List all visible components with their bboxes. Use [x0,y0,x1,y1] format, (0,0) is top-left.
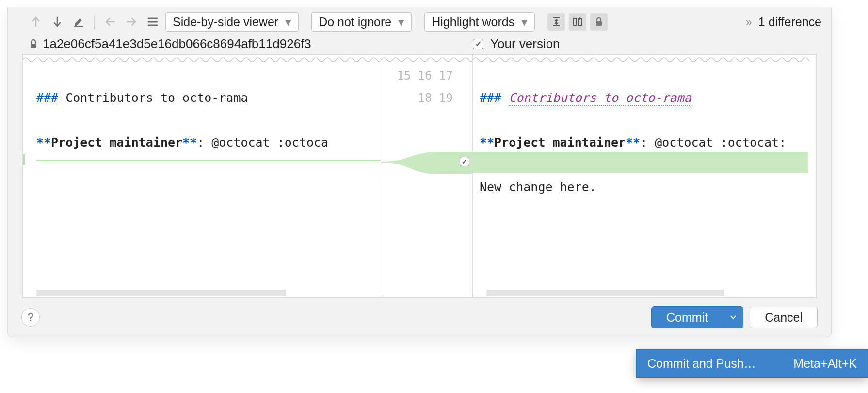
diff-connector [381,152,472,174]
code-text: ** [36,135,51,149]
horizontal-scrollbar[interactable] [486,289,792,297]
line-numbers: 15 16 17 18 19 [381,65,453,109]
code-text: : @octocat :octocat: [640,135,786,149]
line-number: 15 [397,69,411,82]
viewer-mode-select[interactable]: Side-by-side viewer ▾ [165,12,299,32]
right-pane[interactable]: ### Contributors to octo-rama **Project … [472,54,817,298]
lock-icon [29,39,38,49]
line-number: 16 [418,69,432,82]
ignore-mode-label: Do not ignore [319,15,391,29]
code-text: : @octocat :octoca [197,135,328,149]
fold-indicator [381,55,472,62]
difference-count: ›› 1 difference [745,15,821,29]
left-pane[interactable]: ### Contributors to octo-rama **Project … [22,54,381,298]
pane-headers: 1a2e06cf5a41e3d5e16db066c8694afb11d926f3… [8,36,831,54]
sync-scroll-icon[interactable] [569,13,586,31]
right-pane-header: ✓ Your version [473,36,817,51]
gutter: 15 16 17 18 19 ✓ [381,54,472,298]
line-number: 19 [439,91,453,105]
code-text: ### [36,91,65,105]
added-line-text: New change here. [480,180,596,194]
prev-diff-icon[interactable] [27,13,45,31]
back-icon[interactable] [101,13,119,31]
ignore-mode-select[interactable]: Do not ignore ▾ [311,12,412,32]
svg-rect-0 [574,18,577,25]
dialog-footer: ? Commit Cancel [8,298,831,328]
change-connector [36,160,381,161]
svg-rect-3 [31,44,36,48]
chevron-right-icon: ›› [745,15,751,29]
left-commit-hash: 1a2e06cf5a41e3d5e16db066c8694afb11d926f3 [43,36,311,51]
fold-indicator [23,55,381,62]
lock-icon[interactable] [590,13,608,31]
code-text: ** [626,135,640,149]
commit-split-button[interactable]: Commit [652,307,743,328]
code-text: ** [182,135,197,149]
include-checkbox[interactable]: ✓ [473,39,483,49]
include-change-checkbox[interactable]: ✓ [460,157,469,166]
right-version-label: Your version [490,36,560,51]
line-number: 17 [439,69,453,82]
difference-count-label: 1 difference [758,15,821,29]
highlight-mode-select[interactable]: Highlight words ▾ [424,12,535,32]
forward-icon[interactable] [123,13,140,31]
code-text: Contributors to octo-rama [65,91,248,105]
code-text: ### [480,91,509,105]
chevron-down-icon: ▾ [521,15,528,29]
chevron-down-icon: ▾ [398,15,404,29]
line-number: 18 [418,91,432,105]
horizontal-scrollbar[interactable] [36,289,356,297]
code-text: Contributors to octo-rama [509,91,691,106]
cancel-label: Cancel [765,311,803,325]
vertical-scrollbar[interactable] [809,55,816,297]
code-text: Project maintainer [51,135,182,149]
list-icon[interactable] [144,13,161,31]
commit-dropdown-button[interactable] [723,307,743,328]
left-pane-header: 1a2e06cf5a41e3d5e16db066c8694afb11d926f3 [29,36,473,51]
cancel-button[interactable]: Cancel [750,307,818,328]
chevron-down-icon: ▾ [285,15,291,29]
code-text: Project maintainer [494,135,626,149]
commit-button[interactable]: Commit [652,307,723,328]
diff-area: ### Contributors to octo-rama **Project … [8,54,831,298]
left-code: ### Contributors to octo-rama **Project … [23,62,381,176]
svg-rect-2 [596,21,602,26]
diff-dialog: Side-by-side viewer ▾ Do not ignore ▾ Hi… [7,7,832,337]
shortcut-label: Meta+Alt+K [793,357,857,371]
edit-icon[interactable] [70,13,87,31]
help-button[interactable]: ? [21,308,40,327]
diff-toolbar: Side-by-side viewer ▾ Do not ignore ▾ Hi… [8,7,831,36]
viewer-mode-label: Side-by-side viewer [173,15,278,29]
commit-and-push-item[interactable]: Commit and Push… [647,357,756,371]
right-code: ### Contributors to octo-rama **Project … [473,62,816,221]
commit-dropdown-menu: Commit and Push… Meta+Alt+K [636,349,868,378]
commit-label: Commit [666,311,708,325]
fold-indicator [473,55,816,62]
next-diff-icon[interactable] [48,13,66,31]
toolbar-separator [94,15,95,29]
highlight-mode-label: Highlight words [432,15,514,29]
change-marker [23,154,25,165]
code-text: ** [480,135,494,149]
collapse-unchanged-icon[interactable] [547,13,565,31]
